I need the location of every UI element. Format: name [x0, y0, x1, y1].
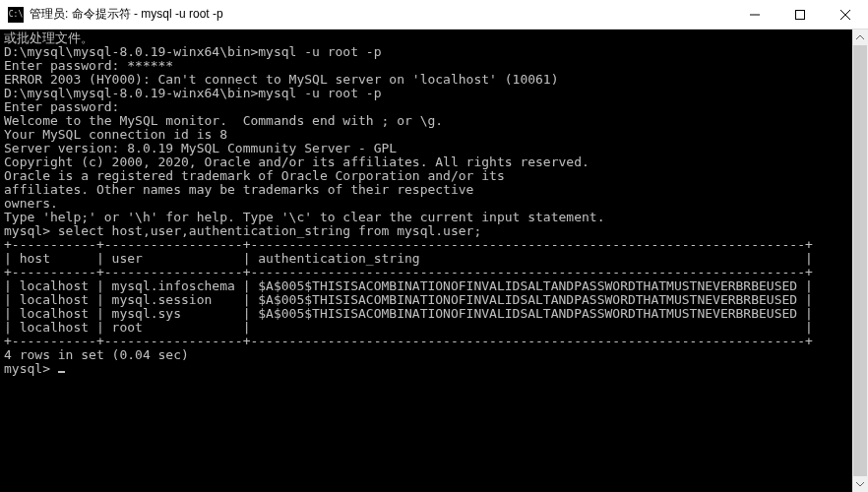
scroll-thumb[interactable]	[853, 45, 867, 476]
terminal-line: ERROR 2003 (HY000): Can't connect to MyS…	[4, 73, 864, 87]
terminal-line: | localhost | mysql.infoschema | $A$005$…	[4, 279, 864, 293]
terminal-line: | localhost | mysql.sys | $A$005$THISISA…	[4, 307, 864, 321]
maximize-icon	[795, 10, 805, 20]
terminal-line: | localhost | root | |	[4, 321, 864, 335]
minimize-button[interactable]	[732, 0, 777, 29]
terminal-line: D:\mysql\mysql-8.0.19-winx64\bin>mysql -…	[4, 45, 864, 59]
terminal-line: owners.	[4, 197, 864, 211]
terminal-line: | localhost | mysql.session | $A$005$THI…	[4, 293, 864, 307]
terminal-line: Oracle is a registered trademark of Orac…	[4, 169, 864, 183]
terminal-line: Your MySQL connection id is 8	[4, 128, 864, 142]
svg-rect-1	[796, 10, 805, 19]
terminal-line: Type 'help;' or '\h' for help. Type '\c'…	[4, 211, 864, 224]
window-title: 管理员: 命令提示符 - mysql -u root -p	[30, 6, 732, 23]
terminal-line: | host | user | authentication_string |	[4, 252, 864, 266]
terminal-line: +-----------+------------------+--------…	[4, 266, 864, 279]
window-controls	[732, 0, 868, 29]
minimize-icon	[750, 10, 760, 20]
scroll-down-button[interactable]	[852, 476, 868, 492]
terminal-line: +-----------+------------------+--------…	[4, 238, 864, 252]
terminal-line: Copyright (c) 2000, 2020, Oracle and/or …	[4, 155, 864, 169]
close-button[interactable]	[823, 0, 868, 29]
terminal-line: Enter password: ******	[4, 59, 864, 73]
scroll-up-button[interactable]	[852, 30, 868, 45]
scroll-track[interactable]	[852, 45, 868, 476]
cursor	[58, 371, 65, 373]
terminal-line: Enter password:	[4, 100, 864, 114]
chevron-down-icon	[856, 480, 864, 488]
terminal-line: 或批处理文件。	[4, 31, 864, 45]
terminal-line: 4 rows in set (0.04 sec)	[4, 348, 864, 362]
terminal-line: Server version: 8.0.19 MySQL Community S…	[4, 142, 864, 155]
terminal-line: mysql> select host,user,authentication_s…	[4, 224, 864, 238]
terminal-line: affiliates. Other names may be trademark…	[4, 183, 864, 197]
maximize-button[interactable]	[777, 0, 823, 29]
cmd-icon: C:\	[8, 7, 24, 23]
terminal-line: mysql>	[4, 362, 864, 376]
chevron-up-icon	[856, 33, 864, 41]
window-titlebar[interactable]: C:\ 管理员: 命令提示符 - mysql -u root -p	[0, 0, 868, 30]
vertical-scrollbar[interactable]	[852, 30, 868, 492]
terminal-line: Welcome to the MySQL monitor. Commands e…	[4, 114, 864, 128]
close-icon	[840, 10, 850, 20]
terminal-output[interactable]: 或批处理文件。D:\mysql\mysql-8.0.19-winx64\bin>…	[0, 30, 868, 492]
terminal-line: D:\mysql\mysql-8.0.19-winx64\bin>mysql -…	[4, 87, 864, 100]
terminal-line: +-----------+------------------+--------…	[4, 335, 864, 348]
